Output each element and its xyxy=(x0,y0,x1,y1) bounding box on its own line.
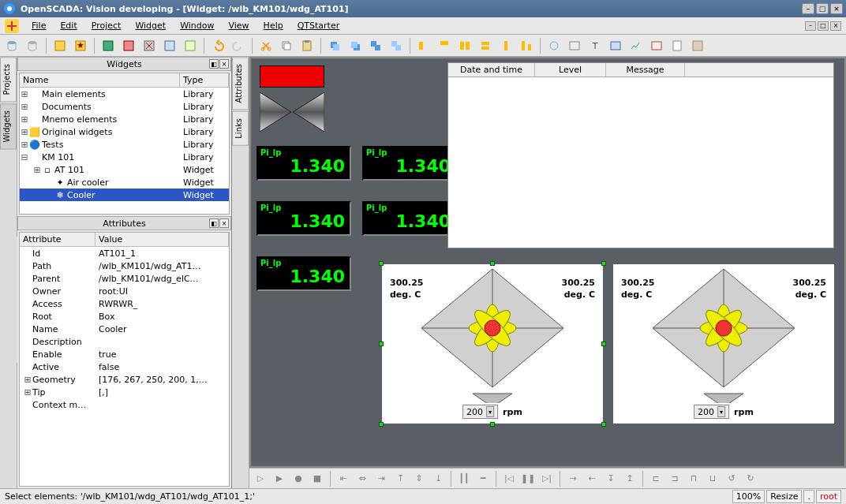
new-project-icon[interactable] xyxy=(51,37,69,54)
attr-col-value[interactable]: Value xyxy=(95,233,229,246)
msgcol-message[interactable]: Message xyxy=(606,63,685,77)
cursor-icon[interactable]: ▷ xyxy=(253,471,268,487)
msgcol-level[interactable]: Level xyxy=(535,63,606,77)
menu-window[interactable]: Window xyxy=(174,19,220,32)
widgets-tree-row[interactable]: ✦Air coolerWidget xyxy=(20,176,229,189)
dots-indicator[interactable]: . xyxy=(803,490,814,503)
widgets-tree-row[interactable]: ❄CoolerWidget xyxy=(20,189,229,201)
align2-icon[interactable] xyxy=(436,37,453,54)
align-vcenter-icon[interactable]: ⇕ xyxy=(411,471,427,487)
dist-v-icon[interactable]: ━ xyxy=(475,471,491,487)
bar-icon[interactable]: ⊓ xyxy=(686,471,702,487)
align3-icon[interactable] xyxy=(456,37,474,54)
rpm-stepper[interactable]: ▾ xyxy=(486,406,494,417)
dock-close-icon[interactable]: × xyxy=(219,218,229,228)
step-back-icon[interactable]: |◁ xyxy=(501,471,517,487)
paste-icon[interactable] xyxy=(298,37,316,54)
attributes-table[interactable]: Attribute Value IdAT101_1Path/wlb_KM101/… xyxy=(19,232,230,487)
run-icon[interactable] xyxy=(99,37,117,54)
attr-col-attribute[interactable]: Attribute xyxy=(20,233,95,246)
redo-icon[interactable] xyxy=(230,37,247,54)
rpm-value[interactable]: 200 xyxy=(698,407,714,417)
wtype-doc-icon[interactable] xyxy=(668,37,686,54)
attribute-row[interactable]: Path/wlb_KM101/wdg_AT1… xyxy=(20,259,229,272)
align-bottom-icon[interactable]: ⤓ xyxy=(430,471,446,487)
widgets-tree-row[interactable]: ⊞DocumentsLibrary xyxy=(20,100,229,113)
wtype-proto-icon[interactable] xyxy=(648,37,665,54)
props-icon[interactable] xyxy=(161,37,178,54)
db-load-icon[interactable] xyxy=(3,37,21,54)
widgets-tree-row[interactable]: ⊞▫AT 101Widget xyxy=(20,163,229,176)
pilp-display[interactable]: Pi_lp1.340 xyxy=(256,201,351,236)
pilp-display[interactable]: Pi_lp1.340 xyxy=(256,146,351,181)
edit-icon[interactable] xyxy=(182,37,199,54)
attribute-row[interactable]: Parent/wlb_KM101/wdg_elC… xyxy=(20,272,229,285)
bar-icon[interactable]: ⇢ xyxy=(565,471,581,487)
menu-view[interactable]: View xyxy=(223,19,256,32)
attribute-row[interactable]: Ownerroot:UI xyxy=(20,285,229,297)
resize-indicator[interactable]: Resize xyxy=(766,490,802,503)
attribute-row[interactable]: IdAT101_1 xyxy=(20,247,229,259)
delete-widget-icon[interactable] xyxy=(140,37,158,54)
red-block-widget[interactable] xyxy=(260,65,324,88)
back-icon[interactable] xyxy=(387,37,405,54)
mdi-close-button[interactable]: × xyxy=(830,21,841,31)
pilp-display[interactable]: Pi_lp1.340 xyxy=(362,146,457,181)
align-hcenter-icon[interactable]: ⇔ xyxy=(354,471,370,487)
cooler-widget[interactable]: 300.25deg. C 300.25deg. C 200▾ xyxy=(613,264,834,424)
stop-icon[interactable]: ■ xyxy=(309,471,325,487)
dock-float-icon[interactable]: ◧ xyxy=(209,59,219,69)
zoom-indicator[interactable]: 100% xyxy=(732,490,765,503)
widgets-tree-row[interactable]: ⊟KM 101Library xyxy=(20,151,229,163)
align4-icon[interactable] xyxy=(477,37,494,54)
dock-float-icon[interactable]: ◧ xyxy=(209,218,219,228)
bar-icon[interactable]: ⇠ xyxy=(584,471,600,487)
valve-widget[interactable] xyxy=(260,92,324,132)
sidetab-projects[interactable]: Projects xyxy=(0,57,17,102)
widgets-tree-row[interactable]: ⊞Mnemo elementsLibrary xyxy=(20,113,229,125)
maximize-button[interactable]: □ xyxy=(816,3,829,14)
cooler-widget-selected[interactable]: 300.25deg. C 300.25deg. C 200▾ xyxy=(382,264,603,424)
bar-icon[interactable]: ↥ xyxy=(622,471,638,487)
user-indicator[interactable]: root xyxy=(816,490,841,503)
menu-qtstarter[interactable]: QTStarter xyxy=(291,19,346,32)
bar-icon[interactable]: ↧ xyxy=(603,471,619,487)
wtype-box-icon[interactable] xyxy=(689,37,706,54)
mdi-minimize-button[interactable]: – xyxy=(805,21,816,31)
step-fwd-icon[interactable]: ▷| xyxy=(539,471,555,487)
attribute-row[interactable]: Enabletrue xyxy=(20,348,229,360)
new-widget-icon[interactable] xyxy=(120,37,137,54)
play-icon[interactable]: ▶ xyxy=(271,471,287,487)
align1-icon[interactable] xyxy=(415,37,432,54)
pilp-display[interactable]: Pi_lp1.340 xyxy=(362,201,457,236)
menu-edit[interactable]: Edit xyxy=(54,19,83,32)
close-button[interactable]: × xyxy=(830,3,843,14)
wtype-media-icon[interactable] xyxy=(607,37,624,54)
bar-icon[interactable]: ⊔ xyxy=(705,471,721,487)
raise-icon[interactable] xyxy=(326,37,343,54)
pause-icon[interactable]: ❚❚ xyxy=(520,471,536,487)
attribute-row[interactable]: NameCooler xyxy=(20,323,229,335)
lower-icon[interactable] xyxy=(346,37,364,54)
front-icon[interactable] xyxy=(367,37,384,54)
attribute-row[interactable]: AccessRWRWR_ xyxy=(20,297,229,310)
msgcol-datetime[interactable]: Date and time xyxy=(448,63,535,77)
menu-project[interactable]: Project xyxy=(85,19,128,32)
align-right-icon[interactable]: ⇥ xyxy=(373,471,389,487)
attribute-row[interactable]: Activefalse xyxy=(20,360,229,373)
record-icon[interactable]: ● xyxy=(290,471,306,487)
attribute-row[interactable]: ⊞Geometry[176, 267, 250, 200, 1,… xyxy=(20,373,229,386)
new-lib-icon[interactable]: ★ xyxy=(72,37,89,54)
widgets-tree[interactable]: Name Type ⊞Main elementsLibrary⊞Document… xyxy=(19,73,230,215)
design-canvas[interactable]: Pi_lp1.340 Pi_lp1.340 Pi_lp1.340 Pi_lp1.… xyxy=(251,58,844,466)
menu-widget[interactable]: Widget xyxy=(129,19,172,32)
widgets-col-type[interactable]: Type xyxy=(180,73,229,87)
bar-icon[interactable]: ⊏ xyxy=(648,471,664,487)
bar-icon[interactable]: ↻ xyxy=(743,471,758,487)
wtype-form-icon[interactable] xyxy=(566,37,583,54)
attribute-row[interactable]: Context m… xyxy=(20,398,229,411)
wtype-text-icon[interactable]: T xyxy=(586,37,604,54)
mdi-maximize-button[interactable]: □ xyxy=(818,21,829,31)
undo-icon[interactable] xyxy=(209,37,226,54)
sidetab-attributes[interactable]: Attributes xyxy=(232,57,249,110)
